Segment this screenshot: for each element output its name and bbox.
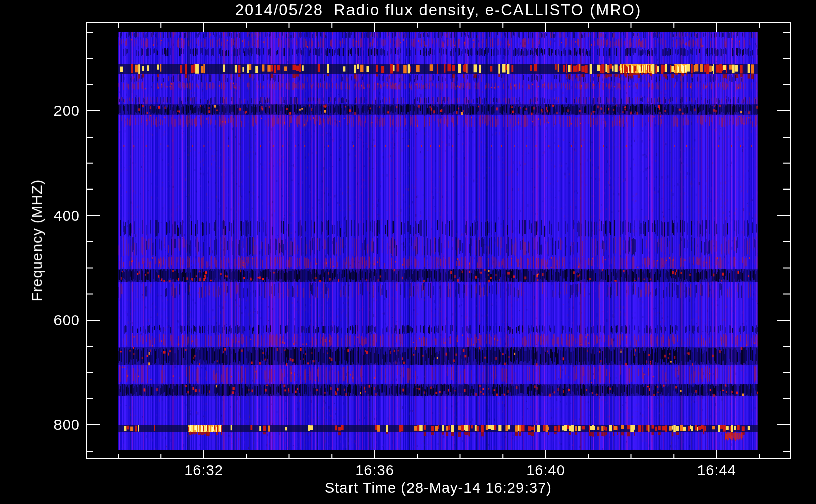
- y-tick-label: 200: [54, 103, 80, 119]
- chart-title: 2014/05/28 Radio flux density, e-CALLIST…: [235, 1, 642, 19]
- x-axis-label: Start Time (28-May-14 16:29:37): [325, 480, 552, 496]
- spectrogram-figure: 2014/05/28 Radio flux density, e-CALLIST…: [0, 0, 816, 504]
- spectrogram-canvas: [0, 0, 816, 504]
- x-tick-label: 16:40: [526, 462, 565, 479]
- y-tick-label: 800: [54, 417, 80, 433]
- x-tick-label: 16:32: [184, 462, 223, 479]
- x-tick-label: 16:36: [355, 462, 394, 479]
- y-tick-label: 400: [54, 207, 80, 224]
- x-tick-label: 16:44: [697, 462, 736, 479]
- y-tick-label: 600: [54, 312, 80, 329]
- y-axis-label: Frequency (MHZ): [29, 179, 46, 301]
